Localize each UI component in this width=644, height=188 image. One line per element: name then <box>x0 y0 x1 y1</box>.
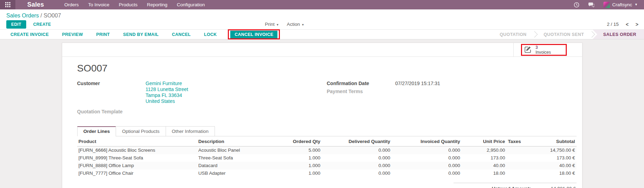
cancel-invoice-button[interactable]: CANCEL INVOICE <box>230 31 277 38</box>
table-row[interactable]: [FURN_6666] Acoustic Bloc ScreensAcousti… <box>77 146 577 155</box>
statusbar-states: QUOTATIONQUOTATION SENTSALES ORDER <box>491 30 644 39</box>
tab-other-information[interactable]: Other Information <box>166 126 215 136</box>
pager: 2 / 15 < > <box>607 22 638 27</box>
column-header-product[interactable]: Product <box>77 136 197 146</box>
cell-subtotal: 173.00 € <box>531 154 577 162</box>
edit-button[interactable]: EDIT <box>6 20 26 29</box>
cell-product: [FURN_8888] Office Lamp <box>77 162 197 170</box>
cell-invoiced-quantity: 0.000 <box>392 146 462 155</box>
column-header-subtotal[interactable]: Subtotal <box>531 136 577 146</box>
cell-ordered-qty: 5.000 <box>282 146 321 155</box>
confirmation-date-label: Confirmation Date <box>327 81 395 87</box>
order-title: SO007 <box>77 62 577 75</box>
print-dropdown[interactable]: Print <box>265 22 278 27</box>
edit-pencil-square-icon <box>523 45 532 54</box>
preview-button[interactable]: PREVIEW <box>62 32 83 37</box>
cell-unit-price: 2,950.00 <box>462 146 507 155</box>
create-invoice-button[interactable]: CREATE INVOICE <box>10 32 49 37</box>
customer-value[interactable]: Gemini Furniture1128 Lunetta StreetTampa… <box>146 81 188 104</box>
nav-item-configuration[interactable]: Configuration <box>177 2 205 7</box>
cell-delivered-quantity: 0.000 <box>322 146 392 155</box>
cell-product: [FURN_8999] Three-Seat Sofa <box>77 154 197 162</box>
caret-down-icon: ▼ <box>635 3 638 6</box>
statusbar-buttons: CREATE INVOICEPREVIEWPRINTSEND BY EMAILC… <box>10 32 230 37</box>
customer-label: Customer <box>77 81 146 104</box>
breadcrumb-parent-link[interactable]: Sales Orders <box>6 13 39 18</box>
nav-item-to-invoice[interactable]: To Invoice <box>88 2 109 7</box>
invoices-label: Invoices <box>536 50 551 55</box>
breadcrumb-separator: / <box>41 13 44 18</box>
column-header-description[interactable]: Description <box>197 136 282 146</box>
tab-order-lines[interactable]: Order Lines <box>77 126 116 136</box>
confirmation-date-value: 07/27/2019 15:17:31 <box>395 81 440 87</box>
cell-description: Three-Seat Sofa <box>197 154 282 162</box>
cell-description: USB Adapter <box>197 170 282 177</box>
breadcrumb: Sales Orders / SO007 <box>0 9 644 19</box>
column-header-ordered-qty[interactable]: Ordered Qty <box>282 136 321 146</box>
cell-invoiced-quantity: 0.000 <box>392 162 462 170</box>
cell-taxes <box>506 146 531 155</box>
table-row[interactable]: [FURN_8888] Office LampDatacard1.0000.00… <box>77 162 577 170</box>
invoices-smart-button[interactable]: 3 Invoices <box>513 43 582 57</box>
customer-address-line: Gemini Furniture <box>146 81 188 87</box>
print-action-group: Print Action <box>265 22 304 27</box>
customer-address-line: 1128 Lunetta Street <box>146 87 188 92</box>
nav-item-reporting[interactable]: Reporting <box>147 2 167 7</box>
cell-product: [FURN_7777] Office Chair <box>77 170 197 177</box>
pager-count: 2 / 15 <box>607 22 619 27</box>
untaxed-amount-value: 14,981.00 € <box>531 186 576 188</box>
pager-next-icon[interactable]: > <box>636 22 638 27</box>
column-header-taxes[interactable]: Taxes <box>506 136 531 146</box>
nav-menu: OrdersTo InvoiceProductsReportingConfigu… <box>64 2 205 7</box>
state-quotation[interactable]: QUOTATION <box>491 30 535 39</box>
nav-item-orders[interactable]: Orders <box>64 2 79 7</box>
user-menu[interactable]: Craftsync ▼ <box>603 2 638 8</box>
state-sales-order[interactable]: SALES ORDER <box>593 30 644 39</box>
state-quotation-sent[interactable]: QUOTATION SENT <box>535 30 593 39</box>
app-brand[interactable]: Sales <box>27 1 44 8</box>
cell-unit-price: 18.00 <box>462 170 507 177</box>
cell-unit-price: 40.00 <box>462 162 507 170</box>
activities-clock-icon[interactable] <box>573 2 579 8</box>
column-header-delivered-quantity[interactable]: Delivered Quantity <box>322 136 392 146</box>
cell-taxes <box>506 154 531 162</box>
create-button[interactable]: CREATE <box>33 22 51 27</box>
order-lines-table: ProductDescriptionOrdered QtyDelivered Q… <box>77 136 577 177</box>
top-nav: Sales OrdersTo InvoiceProductsReportingC… <box>0 0 644 9</box>
cell-invoiced-quantity: 0.000 <box>392 154 462 162</box>
statusbar: CREATE INVOICEPREVIEWPRINTSEND BY EMAILC… <box>0 29 644 39</box>
customer-address-line: Tampa FL 33634 <box>146 92 188 98</box>
cell-ordered-qty: 1.000 <box>282 170 321 177</box>
column-header-unit-price[interactable]: Unit Price <box>462 136 507 146</box>
untaxed-amount-label: Untaxed Amount: <box>492 186 531 188</box>
lock-button[interactable]: LOCK <box>204 32 217 37</box>
apps-grid-glyph <box>5 2 10 7</box>
apps-grid-icon[interactable] <box>0 0 15 9</box>
print-button[interactable]: PRINT <box>96 32 110 37</box>
breadcrumb-current: SO007 <box>44 13 61 18</box>
cancel-button[interactable]: CANCEL <box>172 32 191 37</box>
tab-optional-products[interactable]: Optional Products <box>116 126 166 136</box>
table-row[interactable]: [FURN_7777] Office ChairUSB Adapter1.000… <box>77 170 577 177</box>
cell-product: [FURN_6666] Acoustic Bloc Screens <box>77 146 197 155</box>
table-row[interactable]: [FURN_8999] Three-Seat SofaThree-Seat So… <box>77 154 577 162</box>
column-header-invoiced-quantity[interactable]: Invoiced Quantity <box>392 136 462 146</box>
action-dropdown[interactable]: Action <box>287 22 304 27</box>
left-field-column: Customer Gemini Furniture1128 Lunetta St… <box>77 81 327 117</box>
send-by-email-button[interactable]: SEND BY EMAIL <box>123 32 159 37</box>
messages-icon[interactable] <box>588 2 594 8</box>
form-view-background: 3 Invoices SO007 Customer Gemini Furnitu… <box>0 39 644 188</box>
pager-previous-icon[interactable]: < <box>626 22 629 27</box>
nav-item-products[interactable]: Products <box>119 2 137 7</box>
cell-ordered-qty: 1.000 <box>282 154 321 162</box>
cell-delivered-quantity: 0.000 <box>322 154 392 162</box>
cell-delivered-quantity: 0.000 <box>322 162 392 170</box>
nav-right-group: Craftsync ▼ <box>573 2 644 8</box>
right-field-column: Confirmation Date 07/27/2019 15:17:31 Pa… <box>327 81 577 117</box>
cell-subtotal: 18.00 € <box>531 170 577 177</box>
user-avatar <box>603 2 610 8</box>
cell-delivered-quantity: 0.000 <box>322 170 392 177</box>
cell-taxes <box>506 162 531 170</box>
order-lines-header: ProductDescriptionOrdered QtyDelivered Q… <box>77 136 577 146</box>
payment-terms-label: Payment Terms <box>327 89 395 95</box>
